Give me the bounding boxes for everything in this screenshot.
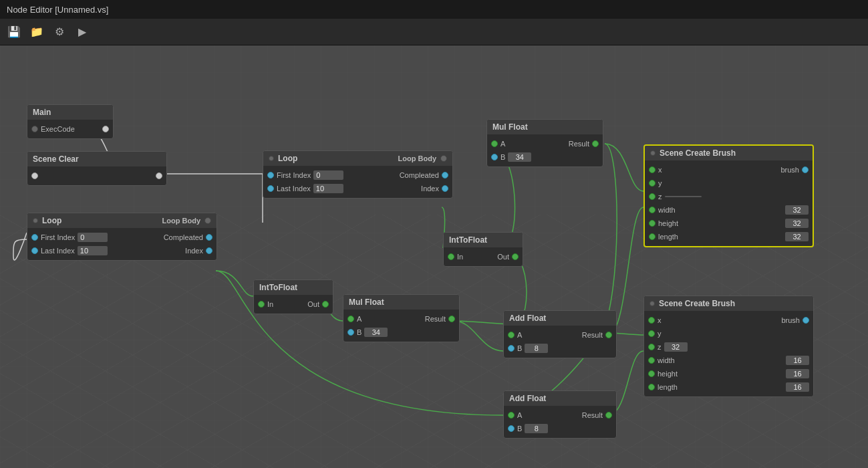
loop2-last-row: Last Index Index	[263, 182, 452, 195]
mul-float2-b-row: B 34	[487, 150, 603, 164]
scene-clear-body	[27, 166, 166, 185]
scene-brush1-x-row: x brush	[645, 163, 813, 177]
mul-float2-a-port	[491, 140, 498, 147]
scene-brush2-length-row: length 16	[644, 380, 813, 394]
scene-clear-in-port	[31, 172, 38, 179]
add-float2-b-row: B 8	[504, 422, 616, 435]
scene-clear-node: Scene Clear	[27, 151, 167, 186]
scene-clear-out-port	[156, 172, 162, 179]
add-float2-body: A Result B 8	[504, 406, 616, 438]
scene-brush1-length-port	[649, 233, 656, 240]
settings-icon[interactable]: ⚙	[52, 25, 67, 39]
loop1-first-row: First Index Compleated	[27, 231, 216, 244]
add-float1-result-port	[605, 332, 612, 338]
scene-clear-exec-row	[27, 169, 166, 183]
mul-float1-b-row: B 34	[343, 326, 459, 339]
add-float1-node: Add Float A Result B 8	[503, 310, 617, 358]
scene-brush2-y-port	[648, 330, 655, 337]
scene-brush1-width-port	[649, 207, 656, 213]
add-float1-b-row: B 8	[504, 342, 616, 355]
loop1-node: Loop Loop Body First Index Compleated	[27, 213, 217, 261]
add-float2-node: Add Float A Result B 8	[503, 390, 617, 439]
scene-brush2-x-port	[648, 317, 655, 324]
loop1-last-port	[31, 247, 38, 254]
loop1-header: Loop Loop Body	[27, 213, 216, 228]
mul-float1-b-port	[347, 329, 354, 336]
scene-clear-header: Scene Clear	[27, 152, 166, 166]
int-to-float2-row: In Out	[444, 250, 523, 263]
loop1-last-row: Last Index Index	[27, 244, 216, 257]
scene-brush1-exec-in	[650, 150, 656, 156]
folder-icon[interactable]: 📁	[29, 25, 44, 39]
int-to-float1-row: In Out	[254, 298, 333, 311]
add-float1-b-port	[508, 345, 515, 352]
loop2-last-port	[267, 185, 274, 192]
loop2-first-input[interactable]	[313, 170, 343, 180]
main-out-port	[102, 126, 109, 132]
loop1-body-port	[204, 217, 211, 224]
scene-brush2-y-row: y	[644, 327, 813, 340]
int-to-float1-out	[322, 301, 329, 308]
scene-brush1-height-port	[649, 220, 656, 227]
scene-brush2-width-row: width 16	[644, 354, 813, 367]
int-to-float2-out	[512, 253, 519, 260]
loop2-node: Loop Loop Body First Index Compleated	[263, 150, 453, 199]
scene-brush1-x-port	[649, 166, 656, 173]
title-text: Node Editor [Unnamed.vs]	[7, 5, 108, 15]
scene-brush2-brush-port	[803, 317, 809, 324]
canvas-area: Main ExecCode Scene Clear	[0, 45, 868, 468]
scene-brush1-header: Scene Create Brush	[645, 146, 813, 160]
loop1-body: First Index Compleated Last Index Index	[27, 228, 216, 260]
mul-float2-node: Mul Float A Result B 34	[486, 119, 603, 167]
loop2-first-port	[267, 172, 274, 179]
mul-float1-header: Mul Float	[343, 295, 459, 310]
int-to-float1-header: IntToFloat	[254, 280, 333, 295]
scene-brush2-z-port	[648, 344, 655, 350]
mul-float2-result-port	[592, 140, 599, 147]
mul-float2-body: A Result B 34	[487, 134, 603, 166]
mul-float1-node: Mul Float A Result B 34	[343, 294, 460, 342]
loop1-exec-in	[33, 218, 38, 223]
int-to-float2-node: IntToFloat In Out	[443, 232, 523, 267]
add-float1-a-row: A Result	[504, 328, 616, 342]
scene-brush2-header: Scene Create Brush	[644, 296, 813, 311]
add-float2-header: Add Float	[504, 391, 616, 406]
loop1-first-port	[31, 234, 38, 241]
add-float1-header: Add Float	[504, 311, 616, 326]
main-node-header: Main	[27, 105, 113, 120]
int-to-float1-node: IntToFloat In Out	[253, 279, 333, 314]
scene-brush1-height-row: height 32	[645, 217, 813, 230]
mul-float1-body: A Result B 34	[343, 310, 459, 342]
save-icon[interactable]: 💾	[7, 25, 21, 39]
mul-float2-a-row: A Result	[487, 137, 603, 150]
mul-float1-a-port	[347, 316, 354, 322]
loop2-exec-in	[269, 156, 274, 161]
add-float2-a-row: A Result	[504, 408, 616, 422]
int-to-float2-header: IntToFloat	[444, 233, 523, 247]
scene-brush2-body: x brush y z 32	[644, 311, 813, 396]
main-title: Main	[33, 108, 51, 117]
scene-brush1-length-row: length 32	[645, 230, 813, 243]
int-to-float1-in	[258, 301, 265, 308]
loop1-last-input[interactable]	[78, 246, 108, 255]
main-node: Main ExecCode	[27, 104, 114, 139]
scene-brush1-node: Scene Create Brush x brush y	[643, 144, 814, 247]
loop1-completed-port	[206, 234, 212, 241]
play-icon[interactable]: ▶	[75, 25, 90, 39]
scene-brush1-width-row: width 32	[645, 203, 813, 217]
scene-brush2-height-row: height 16	[644, 367, 813, 380]
loop2-last-input[interactable]	[313, 184, 343, 193]
loop1-first-input[interactable]	[78, 233, 108, 242]
scene-brush2-height-port	[648, 370, 655, 377]
int-to-float1-body: In Out	[254, 295, 333, 314]
loop2-header: Loop Loop Body	[263, 151, 452, 166]
int-to-float2-body: In Out	[444, 247, 523, 266]
title-bar: Node Editor [Unnamed.vs]	[0, 0, 868, 19]
scene-brush2-length-port	[648, 384, 655, 390]
main-node-body: ExecCode	[27, 120, 113, 138]
mul-float2-b-port	[491, 154, 498, 160]
scene-brush2-z-row: z 32	[644, 340, 813, 354]
loop2-body: First Index Compleated Last Index Index	[263, 166, 452, 198]
add-float2-b-port	[508, 425, 515, 432]
loop1-index-port	[206, 247, 212, 254]
